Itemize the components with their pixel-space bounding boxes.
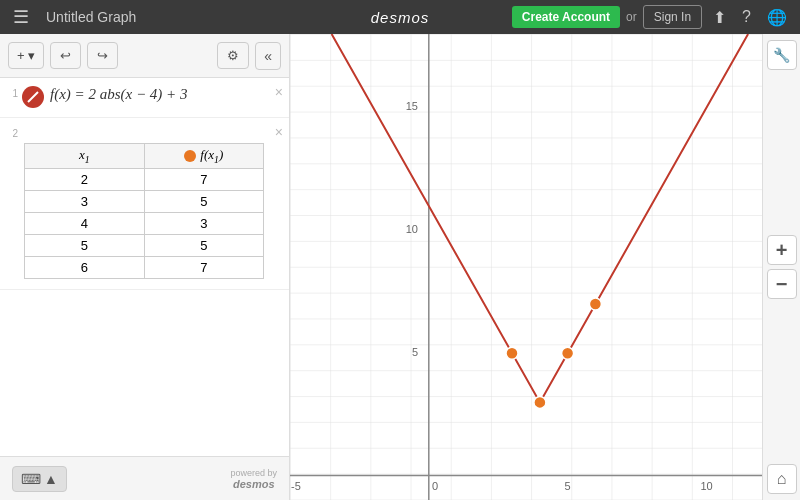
undo-button[interactable]: ↩ [50,42,81,69]
sidebar: + ▾ ↩ ↪ ⚙ « 1 f(x) = 2 abs(x − [0,34,290,500]
svg-line-0 [28,92,38,102]
keyboard-icon: ⌨ [21,471,41,487]
desmos-logo: desmos [371,9,430,26]
expression-color-icon-1[interactable] [22,86,44,108]
table-row[interactable]: 2 7 [25,168,264,190]
table-cell-fx[interactable]: 3 [144,212,264,234]
share-button[interactable]: ⬆ [708,6,731,29]
desmos-brand: desmos [233,478,275,490]
table-number: 2 [4,124,18,139]
expand-icon: ▲ [44,471,58,487]
globe-button[interactable]: 🌐 [762,6,792,29]
table-cell-fx[interactable]: 7 [144,168,264,190]
svg-text:10: 10 [700,480,712,492]
svg-text:0: 0 [432,480,438,492]
sidebar-bottom: ⌨ ▲ powered by desmos [0,456,289,500]
point-vertex [534,396,546,408]
main-layout: + ▾ ↩ ↪ ⚙ « 1 f(x) = 2 abs(x − [0,34,800,500]
col2-label: f(x1) [200,147,223,165]
table-cell-x[interactable]: 5 [25,234,145,256]
table-cell-x[interactable]: 3 [25,190,145,212]
col2-dot [184,150,196,162]
table-row[interactable]: 4 3 [25,212,264,234]
home-button[interactable]: ⌂ [767,464,797,494]
wrench-button[interactable]: 🔧 [767,40,797,70]
table-cell-fx[interactable]: 5 [144,190,264,212]
right-toolbar: 🔧 + − ⌂ [762,34,800,500]
graph-title: Untitled Graph [46,9,504,25]
table-row[interactable]: 5 5 [25,234,264,256]
point-6-7 [589,298,601,310]
point-5-5 [562,347,574,359]
table-row[interactable]: 3 5 [25,190,264,212]
col1-label: x1 [79,147,90,162]
table-item: 2 × x1 f(x1) [0,118,289,290]
add-expression-button[interactable]: + ▾ [8,42,44,69]
table-body: 2 7 3 5 4 3 5 5 6 7 [25,168,264,278]
powered-by-text: powered by [230,468,277,478]
svg-text:-5: -5 [291,480,301,492]
top-bar: ☰ Untitled Graph desmos Create Account o… [0,0,800,34]
expression-item-1: 1 f(x) = 2 abs(x − 4) + 3 × [0,78,289,118]
table-cell-fx[interactable]: 7 [144,256,264,278]
svg-rect-5 [290,34,762,500]
table-cell-x[interactable]: 4 [25,212,145,234]
svg-text:10: 10 [406,223,418,235]
powered-by: powered by desmos [230,468,277,490]
hamburger-menu[interactable]: ☰ [8,4,34,30]
data-table: x1 f(x1) 2 7 3 [24,143,264,279]
graph-area[interactable]: -5 5 10 0 5 10 15 [290,34,762,500]
sign-in-button[interactable]: Sign In [643,5,702,29]
settings-button[interactable]: ⚙ [217,42,249,69]
expression-icon-1[interactable] [22,86,44,108]
collapse-sidebar-button[interactable]: « [255,42,281,70]
table-cell-fx[interactable]: 5 [144,234,264,256]
top-right-controls: Create Account or Sign In ⬆ ? 🌐 [512,5,792,29]
expression-formula-1[interactable]: f(x) = 2 abs(x − 4) + 3 [50,84,281,103]
table-cell-x[interactable]: 2 [25,168,145,190]
svg-text:5: 5 [565,480,571,492]
zoom-in-button[interactable]: + [767,235,797,265]
sidebar-toolbar: + ▾ ↩ ↪ ⚙ « [0,34,289,78]
table-col2-header[interactable]: f(x1) [144,144,264,169]
graph-svg: -5 5 10 0 5 10 15 [290,34,762,500]
expression-number-1: 1 [4,84,18,99]
help-button[interactable]: ? [737,6,756,28]
point-3-5 [506,347,518,359]
svg-text:15: 15 [406,100,418,112]
table-header: 2 [4,124,281,139]
table-row[interactable]: 6 7 [25,256,264,278]
keyboard-button[interactable]: ⌨ ▲ [12,466,67,492]
col2-header-container: f(x1) [153,147,256,165]
or-text: or [626,10,637,24]
expression-close-1[interactable]: × [275,84,283,100]
line-icon [26,90,40,104]
table-close-button[interactable]: × [275,124,283,140]
expression-list: 1 f(x) = 2 abs(x − 4) + 3 × 2 [0,78,289,456]
table-col1-header[interactable]: x1 [25,144,145,169]
zoom-out-button[interactable]: − [767,269,797,299]
table-cell-x[interactable]: 6 [25,256,145,278]
create-account-button[interactable]: Create Account [512,6,620,28]
keyboard-controls: ⌨ ▲ [12,466,67,492]
svg-text:5: 5 [412,346,418,358]
redo-button[interactable]: ↪ [87,42,118,69]
